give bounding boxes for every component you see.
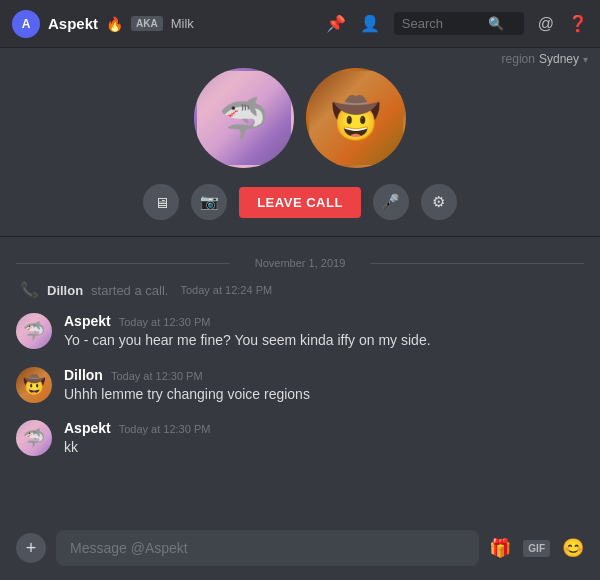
user-avatar: A: [12, 10, 40, 38]
system-msg-username: Dillon: [47, 283, 83, 298]
help-icon[interactable]: ❓: [568, 14, 588, 33]
call-avatars: 🦈 🤠: [194, 68, 406, 168]
message-username: Aspekt: [64, 313, 111, 329]
avatar-aspekt-2: 🦈: [16, 420, 52, 456]
message-time: Today at 12:30 PM: [111, 370, 203, 382]
region-label: region: [502, 52, 535, 66]
aka-name: Milk: [171, 16, 194, 31]
message-content: Aspekt Today at 12:30 PM Yo - can you he…: [64, 313, 431, 351]
message-input[interactable]: [56, 530, 479, 566]
message-row: 🤠 Dillon Today at 12:30 PM Uhhh lemme tr…: [16, 367, 584, 405]
add-content-button[interactable]: +: [16, 533, 46, 563]
phone-icon: 📞: [20, 281, 39, 299]
aka-tag: AKA: [131, 16, 163, 31]
fire-icon: 🔥: [106, 16, 123, 32]
topbar-username: Aspekt: [48, 15, 98, 32]
message-row: 🦈 Aspekt Today at 12:30 PM Yo - can you …: [16, 313, 584, 351]
message-action-icons: 🎁 GIF 😊: [489, 537, 584, 559]
search-icon: 🔍: [488, 16, 504, 31]
chevron-down-icon[interactable]: ▾: [583, 54, 588, 65]
message-input-bar: + 🎁 GIF 😊: [0, 520, 600, 580]
caller-avatar-aspekt: 🦈: [194, 68, 294, 168]
call-controls: 🖥 📷 LEAVE CALL 🎤 ⚙: [143, 184, 457, 220]
aspekt-avatar-image: 🦈: [197, 71, 291, 165]
message-text: Yo - can you hear me fine? You seem kind…: [64, 331, 431, 351]
emoji-button[interactable]: 😊: [562, 537, 584, 559]
message-header: Dillon Today at 12:30 PM: [64, 367, 310, 383]
avatar-aspekt-1: 🦈: [16, 313, 52, 349]
screenshare-button[interactable]: 🖥: [143, 184, 179, 220]
message-username: Dillon: [64, 367, 103, 383]
gift-button[interactable]: 🎁: [489, 537, 511, 559]
mention-icon[interactable]: @: [538, 15, 554, 33]
topbar-icons: 📌 👤 🔍 @ ❓: [326, 12, 588, 35]
call-area: 🦈 🤠 🖥 📷 LEAVE CALL 🎤 ⚙: [0, 48, 600, 237]
mute-button[interactable]: 🎤: [373, 184, 409, 220]
settings-button[interactable]: ⚙: [421, 184, 457, 220]
search-container: 🔍: [394, 12, 524, 35]
message-text: kk: [64, 438, 210, 458]
leave-call-button[interactable]: LEAVE CALL: [239, 187, 361, 218]
message-row: 🦈 Aspekt Today at 12:30 PM kk: [16, 420, 584, 458]
caller-avatar-dillon: 🤠: [306, 68, 406, 168]
topbar: A Aspekt 🔥 AKA Milk 📌 👤 🔍 @ ❓: [0, 0, 600, 48]
system-msg-time: Today at 12:24 PM: [180, 284, 272, 296]
camera-button[interactable]: 📷: [191, 184, 227, 220]
message-text: Uhhh lemme try changing voice regions: [64, 385, 310, 405]
date-divider: November 1, 2019: [16, 257, 584, 269]
avatar-dillon-1: 🤠: [16, 367, 52, 403]
message-header: Aspekt Today at 12:30 PM: [64, 313, 431, 329]
dillon-avatar-image: 🤠: [309, 71, 403, 165]
message-time: Today at 12:30 PM: [119, 316, 211, 328]
message-header: Aspekt Today at 12:30 PM: [64, 420, 210, 436]
search-input[interactable]: [402, 16, 482, 31]
message-time: Today at 12:30 PM: [119, 423, 211, 435]
message-content: Dillon Today at 12:30 PM Uhhh lemme try …: [64, 367, 310, 405]
system-message: 📞 Dillon started a call. Today at 12:24 …: [16, 281, 584, 299]
message-content: Aspekt Today at 12:30 PM kk: [64, 420, 210, 458]
region-bar: region Sydney ▾: [502, 48, 588, 66]
add-friend-icon[interactable]: 👤: [360, 14, 380, 33]
chat-area: November 1, 2019 📞 Dillon started a call…: [0, 237, 600, 547]
pin-icon[interactable]: 📌: [326, 14, 346, 33]
message-username: Aspekt: [64, 420, 111, 436]
system-msg-action: started a call.: [91, 283, 168, 298]
gif-button[interactable]: GIF: [523, 540, 550, 557]
region-value: Sydney: [539, 52, 579, 66]
